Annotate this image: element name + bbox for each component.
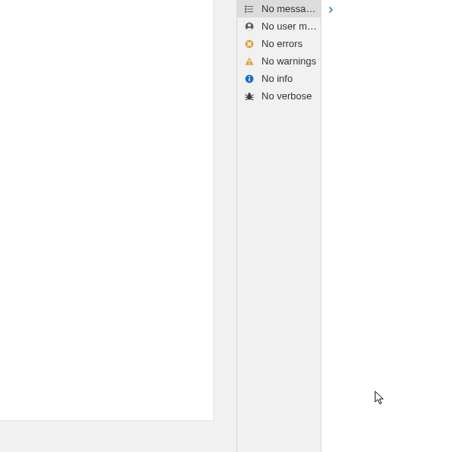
- svg-rect-15: [249, 77, 250, 80]
- filter-label: No info: [261, 73, 293, 84]
- user-icon: [243, 20, 255, 33]
- filter-item-warnings[interactable]: No warnings: [237, 52, 321, 70]
- svg-line-23: [252, 99, 253, 99]
- filter-label: No verbose: [261, 90, 312, 102]
- svg-point-17: [248, 93, 251, 96]
- list-icon: [243, 3, 255, 15]
- svg-point-4: [245, 11, 246, 11]
- filter-item-verbose[interactable]: No verbose: [237, 87, 321, 105]
- console-filter-sidebar: No messages No user me... No errors: [236, 0, 321, 452]
- bug-icon: [243, 90, 255, 102]
- svg-point-2: [245, 8, 246, 9]
- left-content-pane: [0, 0, 214, 421]
- warning-icon: [243, 55, 255, 67]
- filter-item-messages[interactable]: No messages: [237, 0, 321, 17]
- svg-point-14: [249, 76, 250, 77]
- error-icon: [243, 38, 255, 50]
- filter-item-info[interactable]: No info: [237, 70, 321, 87]
- filter-label: No errors: [261, 38, 302, 49]
- svg-point-12: [249, 63, 250, 64]
- filter-label: No messages: [261, 3, 321, 14]
- filter-item-user-messages[interactable]: No user me...: [237, 17, 321, 35]
- filter-label: No user me...: [261, 20, 321, 32]
- svg-point-0: [245, 5, 246, 6]
- console-messages-pane: [321, 0, 476, 452]
- info-icon: [243, 73, 255, 85]
- filter-label: No warnings: [261, 55, 316, 67]
- svg-line-22: [246, 99, 247, 99]
- svg-line-18: [246, 94, 247, 95]
- svg-rect-11: [249, 59, 249, 62]
- svg-line-19: [252, 94, 253, 95]
- chevron-right-icon[interactable]: [327, 5, 337, 14]
- filter-item-errors[interactable]: No errors: [237, 35, 321, 52]
- svg-point-7: [248, 24, 251, 27]
